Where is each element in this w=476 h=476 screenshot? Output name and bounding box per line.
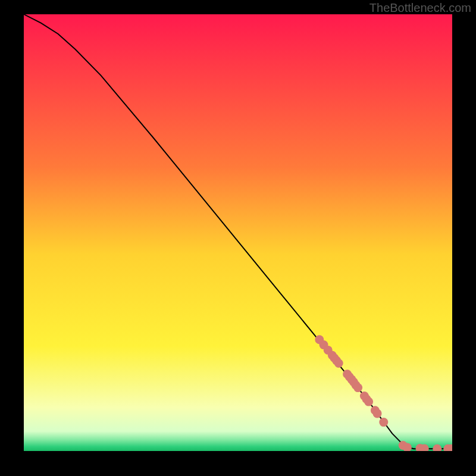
watermark-text: TheBottleneck.com <box>369 1 471 15</box>
marker-group <box>315 335 452 451</box>
chart-container <box>24 14 452 451</box>
data-marker <box>379 418 388 427</box>
data-marker <box>353 383 362 392</box>
data-marker <box>433 444 441 451</box>
plot-area <box>24 14 452 451</box>
bottleneck-curve <box>24 14 452 449</box>
curve-layer <box>24 14 452 451</box>
data-marker <box>364 397 373 406</box>
data-marker <box>373 409 382 418</box>
data-marker <box>334 359 343 368</box>
